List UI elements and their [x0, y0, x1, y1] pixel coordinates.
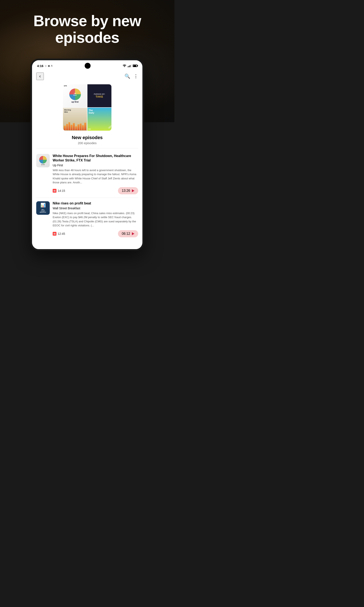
morning-wire-label: MorningWire [64, 109, 71, 113]
signal-strength [128, 64, 131, 67]
sim-icon: ▣ [48, 65, 50, 67]
bottom-fade [32, 241, 143, 249]
play-time: 06:12 [122, 232, 130, 236]
episode-content: White House Prepares For Shutdown, Healt… [53, 154, 138, 194]
status-time: 4:16 [37, 64, 43, 68]
header-divider [36, 148, 138, 148]
episode-title: White House Prepares For Shutdown, Healt… [53, 154, 138, 163]
episode-title: Nike rises on profit beat [53, 201, 138, 206]
wsb-chart-icon: 📊 [40, 203, 46, 208]
up-first-thumb-logo [39, 156, 47, 164]
nyt-icon: 𝒯 [108, 125, 110, 129]
episode-date: 📅 12:45 [53, 232, 65, 236]
up-first-label: up first [71, 101, 78, 103]
phone-mockup: 4:16 ▷ ▣ A [0, 59, 174, 251]
up-first-thumb-label: up first [41, 164, 45, 165]
episode-list-header: New episodes 200 episodes [32, 131, 143, 146]
hero-title: Browse by new episodes [0, 0, 174, 54]
episode-show: Up First [53, 164, 138, 167]
episode-description: With less than 48 hours left to avoid a … [53, 168, 138, 185]
status-bar: 4:16 ▷ ▣ A [32, 60, 143, 70]
npr-badge: NPR [64, 85, 67, 87]
app-header: ‹ 🔍 ⋮ [32, 70, 143, 82]
episode-item[interactable]: up first White House Prepares For Shutdo… [32, 150, 143, 198]
status-left: 4:16 ▷ ▣ A [37, 64, 52, 68]
wall-street-thumbnail: 📊 WALLSTREETBREAKFAST [36, 201, 50, 215]
episode-content: Nike rises on profit beat Wall Street Br… [53, 201, 138, 237]
morning-wire-bars [63, 122, 87, 131]
pardon-text: ·PARDON MY· TAKE [93, 93, 105, 98]
play-button[interactable]: 06:12 [118, 230, 138, 237]
calendar-icon: 📅 [53, 232, 56, 236]
keyboard-icon: A [51, 65, 52, 67]
play-status-icon: ▷ [45, 65, 47, 67]
episode-count: 200 episodes [36, 141, 138, 145]
play-button[interactable]: 13:26 [118, 187, 138, 194]
episode-description: Nike (NKE) rises on profit beat; China s… [53, 211, 138, 228]
battery-indicator [133, 65, 137, 67]
front-camera [85, 63, 91, 69]
play-triangle-icon [132, 189, 134, 192]
the-daily-cover: TheDaily 𝒯 DW [87, 108, 111, 131]
podcast-cover-grid: NPR upfirst up first ·PARDON MY· TAKE Mo… [63, 84, 111, 131]
episode-footer: 📅 14:15 13:26 [53, 187, 138, 194]
up-first-logo: upfirst [69, 89, 81, 100]
nyt-logo: 𝒯 [89, 125, 110, 129]
back-button[interactable]: ‹ [36, 73, 44, 80]
pardon-take-text: TAKE [96, 95, 103, 98]
the-daily-label: TheDaily [89, 109, 110, 114]
status-icons: ▷ ▣ A [45, 65, 52, 67]
episode-duration: 12:45 [58, 232, 65, 236]
playlist-title: New episodes [36, 135, 138, 140]
episode-footer: 📅 12:45 06:12 [53, 230, 138, 237]
up-first-thumbnail: up first [36, 154, 50, 167]
up-first-cover: NPR upfirst up first [63, 84, 87, 107]
dw-badge: DW [88, 128, 91, 130]
morning-wire-cover: MorningWire [63, 108, 87, 131]
calendar-icon: 📅 [53, 189, 56, 193]
wsb-label: WALLSTREETBREAKFAST [39, 209, 47, 213]
pardon-my-take-cover: ·PARDON MY· TAKE [87, 84, 111, 107]
more-options-icon[interactable]: ⋮ [133, 74, 138, 79]
cover-collage: NPR upfirst up first ·PARDON MY· TAKE Mo… [32, 82, 143, 131]
episode-date: 📅 14:15 [53, 189, 65, 193]
phone-screen: 4:16 ▷ ▣ A [30, 59, 144, 251]
play-time: 13:26 [122, 189, 130, 193]
wifi-icon [123, 64, 126, 67]
search-icon[interactable]: 🔍 [125, 74, 130, 79]
status-right [123, 64, 137, 67]
header-actions: 🔍 ⋮ [125, 74, 138, 79]
play-triangle-icon [132, 232, 134, 235]
episode-duration: 14:15 [58, 189, 65, 192]
episode-show: Wall Street Breakfast [53, 207, 138, 210]
episode-item[interactable]: 📊 WALLSTREETBREAKFAST Nike rises on prof… [32, 198, 143, 241]
